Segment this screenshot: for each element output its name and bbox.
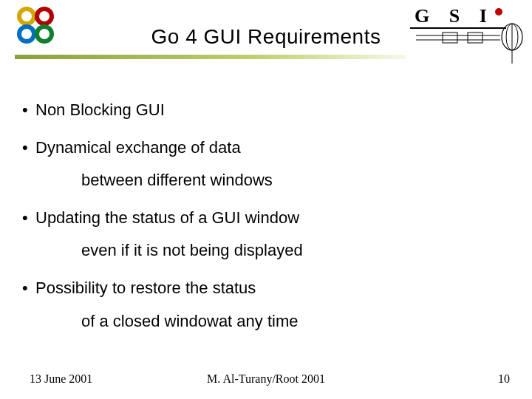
bullet-dot-icon: • bbox=[22, 137, 35, 159]
bullet-item: • Dynamical exchange of data between dif… bbox=[22, 137, 510, 191]
footer-author: M. Al-Turany/Root 2001 bbox=[0, 372, 532, 386]
bullet-text: Updating the status of a GUI window bbox=[35, 208, 299, 229]
bullet-item: • Non Blocking GUI bbox=[22, 100, 510, 121]
bullet-dot-icon: • bbox=[22, 208, 35, 229]
bullet-item: • Possibility to restore the status of a… bbox=[22, 278, 510, 332]
bullet-text: Dynamical exchange of data bbox=[35, 137, 241, 159]
bullet-item: • Updating the status of a GUI window ev… bbox=[22, 208, 510, 262]
bullet-dot-icon: • bbox=[22, 278, 35, 299]
svg-text:G S I: G S I bbox=[415, 5, 494, 27]
slide: G S I Go 4 GUI Requirements • Non Blocki… bbox=[0, 0, 532, 399]
footer-page: 10 bbox=[498, 372, 510, 386]
bullet-subtext: even if it is not being displayed bbox=[81, 240, 510, 262]
slide-title: Go 4 GUI Requirements bbox=[0, 25, 532, 49]
bullet-dot-icon: • bbox=[22, 100, 35, 121]
svg-point-5 bbox=[495, 8, 502, 16]
bullet-subtext: between different windows bbox=[81, 170, 510, 191]
bullet-text: Possibility to restore the status bbox=[35, 278, 256, 299]
title-underline bbox=[15, 55, 406, 59]
svg-point-1 bbox=[37, 9, 52, 24]
bullet-text: Non Blocking GUI bbox=[35, 100, 165, 121]
content-area: • Non Blocking GUI • Dynamical exchange … bbox=[22, 100, 510, 348]
svg-point-0 bbox=[19, 9, 34, 24]
bullet-subtext: of a closed windowat any time bbox=[81, 311, 510, 332]
